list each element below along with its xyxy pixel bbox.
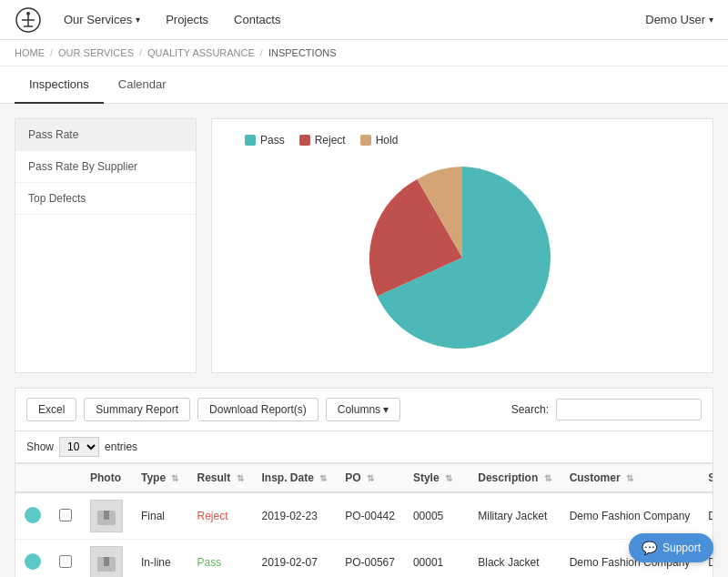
breadcrumb-sep-2: / <box>139 47 142 58</box>
row-action-cell <box>15 540 50 578</box>
sort-icon-po: ⇅ <box>367 473 374 483</box>
row-insp-date: 2019-02-07 <box>253 540 337 578</box>
table-wrapper: Photo Type ⇅ Result ⇅ Insp. Date ⇅ <box>15 463 713 577</box>
support-button[interactable]: 💬 Support <box>629 533 713 562</box>
row-checkbox-cell <box>50 492 81 540</box>
chart-sidebar-top-defects[interactable]: Top Defects <box>15 183 196 215</box>
breadcrumb-sep-3: / <box>260 47 263 58</box>
th-actions <box>15 464 50 492</box>
breadcrumb-sep-1: / <box>50 47 53 58</box>
sort-icon-desc: ⇅ <box>544 473 551 483</box>
navbar: Our Services ▾ Projects Contacts Demo Us… <box>0 0 728 40</box>
chevron-down-icon: ▾ <box>136 15 140 25</box>
entries-select[interactable]: 10 25 50 <box>59 437 99 457</box>
row-description: Black Jacket <box>469 540 560 578</box>
legend-hold: Hold <box>360 134 399 147</box>
show-entries-bar: Show 10 25 50 entries <box>15 430 713 463</box>
th-style[interactable]: Style ⇅ <box>404 464 469 492</box>
inspections-table: Photo Type ⇅ Result ⇅ Insp. Date ⇅ <box>15 464 713 577</box>
nav-contacts[interactable]: Contacts <box>223 5 291 34</box>
row-action-cell <box>15 492 50 540</box>
nav-our-services[interactable]: Our Services ▾ <box>53 5 151 34</box>
chart-legend: Pass Reject Hold <box>245 134 398 147</box>
row-customer: Demo Fashion Company <box>561 492 700 540</box>
row-checkbox[interactable] <box>59 555 72 568</box>
breadcrumb: HOME / OUR SERVICES / QUALITY ASSURANCE … <box>0 40 728 66</box>
nav-projects[interactable]: Projects <box>155 5 219 34</box>
nav-user[interactable]: Demo User ▾ <box>645 13 713 26</box>
svg-rect-10 <box>104 557 109 566</box>
row-result: Reject <box>187 492 252 540</box>
row-checkbox[interactable] <box>59 509 72 521</box>
legend-pass-dot <box>245 135 256 146</box>
table-row: FinalReject2019-02-23PO-0044200005Milita… <box>15 492 713 540</box>
search-area: Search: <box>511 399 702 420</box>
th-insp-date[interactable]: Insp. Date ⇅ <box>253 464 337 492</box>
sort-icon-customer: ⇅ <box>626 473 633 483</box>
row-action-icon[interactable] <box>25 553 41 570</box>
svg-point-1 <box>26 12 30 15</box>
table-controls: Excel Summary Report Download Report(s) … <box>15 388 713 430</box>
show-label: Show <box>26 440 54 453</box>
excel-button[interactable]: Excel <box>26 398 76 421</box>
row-description: Military Jacket <box>469 492 560 540</box>
row-po: PO-00442 <box>336 492 404 540</box>
entries-label: entries <box>105 440 137 453</box>
th-result[interactable]: Result ⇅ <box>187 464 252 492</box>
th-description[interactable]: Description ⇅ <box>469 464 560 492</box>
row-photo-cell <box>81 540 132 578</box>
logo[interactable] <box>15 6 42 34</box>
table-header-row: Photo Type ⇅ Result ⇅ Insp. Date ⇅ <box>15 464 713 492</box>
svg-rect-7 <box>104 511 109 520</box>
chart-sidebar-pass-rate-by-supplier[interactable]: Pass Rate By Supplier <box>15 151 196 183</box>
sort-icon-date: ⇅ <box>319 473 327 483</box>
tabs: Inspections Calendar <box>15 66 713 103</box>
legend-reject: Reject <box>299 134 346 147</box>
sort-icon-type: ⇅ <box>171 473 178 483</box>
th-supplier[interactable]: Supplier ⇅ <box>699 464 713 492</box>
support-icon: 💬 <box>642 541 657 555</box>
summary-report-button[interactable]: Summary Report <box>84 398 190 421</box>
chart-area: Pass Reject Hold <box>211 118 713 373</box>
main-content: Pass Rate Pass Rate By Supplier Top Defe… <box>0 104 728 577</box>
pie-chart <box>362 157 562 358</box>
row-type: Final <box>132 492 187 540</box>
legend-reject-dot <box>299 135 310 146</box>
sort-icon-style: ⇅ <box>445 473 452 483</box>
row-po: PO-00567 <box>336 540 404 578</box>
th-customer[interactable]: Customer ⇅ <box>561 464 700 492</box>
row-style: 00005 <box>404 492 469 540</box>
th-photo[interactable]: Photo <box>81 464 132 492</box>
table-row: In-linePass2019-02-07PO-0056700001Black … <box>15 540 713 578</box>
photo-thumbnail <box>90 546 123 577</box>
sort-icon-result: ⇅ <box>237 473 244 483</box>
row-style: 00001 <box>404 540 469 578</box>
search-input[interactable] <box>556 399 702 420</box>
row-result: Pass <box>187 540 252 578</box>
th-type[interactable]: Type ⇅ <box>132 464 187 492</box>
columns-button[interactable]: Columns ▾ <box>326 398 401 421</box>
row-type: In-line <box>132 540 187 578</box>
charts-section: Pass Rate Pass Rate By Supplier Top Defe… <box>15 118 713 373</box>
search-label: Search: <box>511 403 549 416</box>
legend-hold-dot <box>360 135 371 146</box>
table-body: FinalReject2019-02-23PO-0044200005Milita… <box>15 492 713 577</box>
row-action-icon[interactable] <box>25 507 41 523</box>
row-insp-date: 2019-02-23 <box>253 492 337 540</box>
nav-items: Our Services ▾ Projects Contacts <box>53 5 645 34</box>
download-report-button[interactable]: Download Report(s) <box>197 398 318 421</box>
chart-sidebar: Pass Rate Pass Rate By Supplier Top Defe… <box>15 118 197 373</box>
row-checkbox-cell <box>50 540 81 578</box>
chart-sidebar-pass-rate[interactable]: Pass Rate <box>15 119 196 151</box>
user-chevron-icon: ▾ <box>709 15 713 25</box>
tab-inspections[interactable]: Inspections <box>15 66 104 104</box>
th-checkbox <box>50 464 81 492</box>
row-photo-cell <box>81 492 132 540</box>
tabs-container: Inspections Calendar <box>0 66 728 104</box>
th-po[interactable]: PO ⇅ <box>336 464 404 492</box>
legend-pass: Pass <box>245 134 285 147</box>
tab-calendar[interactable]: Calendar <box>104 66 181 104</box>
row-supplier: Demo Quality Manufacturer <box>699 492 713 540</box>
photo-thumbnail <box>90 500 123 532</box>
